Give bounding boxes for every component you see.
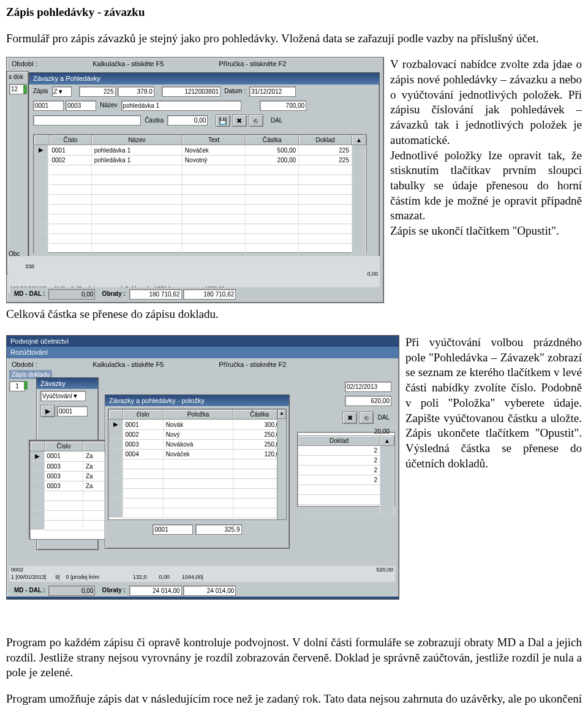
th-cislo2[interactable]: Číslo <box>45 442 83 451</box>
cell: pohledávka 1 <box>91 155 182 165</box>
screenshot-1: Období : Kalkulačka - stiskěte F5 Příruč… <box>6 57 384 303</box>
sum-cislo: 0001 <box>153 524 193 535</box>
th-scroll: ▲ <box>352 135 366 145</box>
screenshot-2: Podvojné účetnictví Rozúčtování Období :… <box>6 335 399 600</box>
table-row[interactable]: 0002Nový250,00 <box>109 429 286 439</box>
field-225[interactable]: 225 <box>79 86 116 97</box>
field-amt[interactable]: 700,00 <box>260 100 306 111</box>
combo-vyuct[interactable]: Vyúčtování▼ <box>40 391 86 401</box>
table-row[interactable]: 0003Za <box>31 471 108 481</box>
th-doklad[interactable]: Doklad <box>299 135 352 145</box>
val-20: 20,00 <box>374 428 390 435</box>
obraty-1: 180 710,62 <box>129 289 182 300</box>
field-castka[interactable]: 0,00 <box>167 115 208 126</box>
table-polozky: Číslo Název Text Částka Doklad ▲ ▶ 0001 … <box>34 135 366 254</box>
cell: 0002 <box>50 155 92 165</box>
title-roz: Rozúčtování <box>7 347 399 358</box>
table-row[interactable]: ▶ 0001 pohledávka 1 Nováček 500,00 225 <box>34 145 366 156</box>
text-right-1a: V rozbalovací nabídce zvolte zda jdae o … <box>390 57 582 148</box>
field-text[interactable] <box>33 115 141 126</box>
lbl-obdobi: Období : <box>12 59 37 68</box>
lbl-nazev: Název <box>100 101 117 109</box>
cell: 2 <box>298 456 380 466</box>
window-title-zap: Závazky a Pohledávky <box>29 73 379 84</box>
cell: 225 <box>299 155 352 165</box>
th-text[interactable]: Text <box>182 135 246 145</box>
lbl-kalk2: Kalkulačka - stiskěte F5 <box>92 360 164 369</box>
field-datum[interactable]: 31/12/2012 <box>249 86 296 97</box>
cell: 500,00 <box>246 145 299 156</box>
table-row[interactable]: 0002 pohledávka 1 Novotný 200,00 225 <box>34 155 366 165</box>
table-row[interactable]: ▶0001Novák300,00 <box>109 420 286 430</box>
caption-1: Celková částka se přenese do zápisu dokl… <box>6 307 384 322</box>
text-right-2: Při vyúčtování volbou prázdného pole "Po… <box>405 335 582 471</box>
outro-1: Program po každém zápisu či opravě kontr… <box>6 635 582 680</box>
lbl-zapis: Zápis <box>33 87 48 95</box>
md-dal-value-2: 0,00 <box>48 586 95 596</box>
table-row[interactable]: ▶0001Za <box>31 451 108 462</box>
th-castka[interactable]: Částka <box>246 135 299 145</box>
cell: 225 <box>299 145 352 156</box>
table-doklad: Doklad▲ 2 2 2 2 <box>298 435 394 515</box>
lbl-castka: Částka <box>145 116 164 124</box>
intro-text: Formulář pro zápis závazků je stejný jak… <box>6 31 582 47</box>
cell: Novotný <box>182 155 246 165</box>
cell: Nováček <box>182 145 246 156</box>
field-378[interactable]: 378.0 <box>118 86 154 97</box>
row-selector-icon[interactable] <box>34 155 48 165</box>
lbl-obdobi2: Období : <box>12 360 37 369</box>
cell: pohledávka 1 <box>91 145 182 156</box>
lbl-dal: DAL <box>271 116 282 124</box>
field-121[interactable]: 1212003801 <box>162 86 221 97</box>
bg-doc-row2: 1 |09/01/2013| 9| 0 |prodej krim 132,0 0… <box>9 573 395 582</box>
obraty-2b: 24 014,00 <box>183 586 236 596</box>
row-selector-icon[interactable]: ▶ <box>34 145 48 155</box>
field-0003[interactable]: 0003 <box>66 100 96 111</box>
btn-side[interactable]: ▶ <box>40 405 55 417</box>
field-amt2[interactable]: 620,00 <box>345 396 391 406</box>
table-row[interactable]: 0003Nováková250,00 <box>109 439 286 449</box>
field-date2[interactable]: 02/12/2013 <box>345 382 391 392</box>
delete-icon-2[interactable]: ✖ <box>342 412 357 424</box>
outro-2: Program umožňuje zápis dat v následující… <box>6 692 582 705</box>
cell: 200,00 <box>246 155 299 165</box>
table-outer: Číslo ▶0001Za 0003Za 0003Za 0003Za <box>30 441 108 530</box>
combo-zapis[interactable]: Z▼ <box>52 86 72 97</box>
cell: 2 <box>298 446 380 456</box>
scroll-up-icon[interactable]: ▲ <box>277 409 286 419</box>
th-blank <box>34 135 50 145</box>
th-doklad2[interactable]: Doklad <box>298 436 380 446</box>
cell: 2 <box>298 466 380 475</box>
field-nazev[interactable]: pohledávka 1 <box>121 100 241 111</box>
title-pu: Podvojné účetnictví <box>7 336 399 347</box>
th-nazev[interactable]: Název <box>91 135 182 145</box>
lbl-kalk: Kalkulačka - stiskěte F5 <box>92 59 164 68</box>
save-icon[interactable]: 💾 <box>216 115 230 127</box>
status-bar: MD - DAL : 0,00 Obraty : 180 710,62 180 … <box>10 287 380 301</box>
cell: 2 <box>298 475 380 485</box>
page-title: Zápis pohledávky - závazku <box>6 5 582 20</box>
status-bar-2: MD - DAL : 0,00 Obraty : 24 014,00 24 01… <box>10 584 395 598</box>
field-1[interactable]: 1 <box>9 381 25 391</box>
table-row[interactable]: 0004Nováček120,00 <box>109 449 286 459</box>
th-polozka[interactable]: Položka <box>163 410 233 420</box>
text-right-1b: Jednotlivé položky lze opravit tak, že s… <box>390 148 582 224</box>
md-dal-value: 0,00 <box>48 289 95 300</box>
table-row[interactable]: 0003Za <box>31 461 108 471</box>
obraty-1b: 24 014,00 <box>129 586 182 596</box>
text-right-1c: Zápis se ukončí tlačítkem "Opustit". <box>390 224 582 239</box>
sum-val: 325.9 <box>195 524 242 535</box>
field-0001[interactable]: 0001 <box>33 100 64 111</box>
th-cislo3[interactable]: číslo <box>123 410 164 420</box>
table-polozky2: číslo Položka Částka ▶0001Novák300,00 00… <box>108 409 286 518</box>
delete-icon[interactable]: ✖ <box>232 115 247 127</box>
bg-row: 338 0,00 <box>8 256 380 286</box>
lbl-dal2: DAL <box>378 413 390 421</box>
exit-icon-2[interactable]: ⎋ <box>359 412 374 424</box>
exit-icon[interactable]: ⎋ <box>249 115 263 127</box>
obraty-2: 180 710,62 <box>183 289 236 300</box>
table-row[interactable]: 0003Za <box>31 481 108 491</box>
th-cislo[interactable]: Číslo <box>50 135 92 145</box>
lbl-datum: Datum : <box>224 87 246 95</box>
title-polozky: Závazky a pohledávky - položky <box>105 395 289 406</box>
